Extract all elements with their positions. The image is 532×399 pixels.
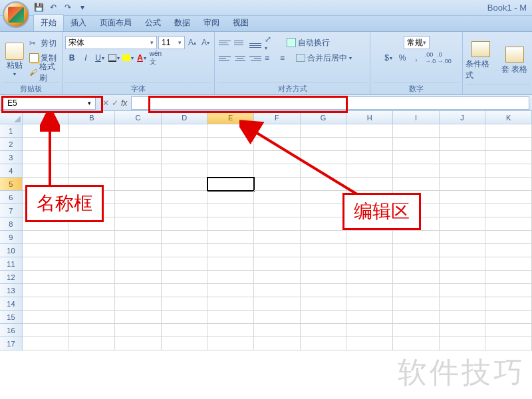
cell[interactable]	[23, 244, 69, 257]
column-header[interactable]: C	[115, 111, 162, 124]
row-header[interactable]: 1	[0, 124, 23, 138]
wrap-text-button[interactable]: 自动换行	[285, 36, 332, 49]
cell[interactable]	[393, 284, 440, 297]
cell[interactable]	[115, 297, 162, 311]
increase-decimal-button[interactable]: .00→.0	[424, 51, 437, 65]
cell[interactable]	[254, 151, 301, 164]
cell[interactable]	[301, 138, 347, 151]
cell[interactable]	[68, 231, 115, 244]
paste-button[interactable]: 粘贴 ▾	[3, 39, 27, 77]
italic-button[interactable]: I	[79, 51, 92, 65]
cell[interactable]	[301, 204, 347, 217]
cell[interactable]	[485, 297, 532, 311]
border-button[interactable]: ▾	[107, 51, 120, 65]
grow-font-button[interactable]: A▴	[186, 36, 198, 49]
cell[interactable]	[254, 231, 301, 244]
cell[interactable]	[485, 257, 532, 271]
cell[interactable]	[393, 311, 440, 324]
cell[interactable]	[115, 164, 162, 178]
undo-icon[interactable]: ↶	[48, 3, 59, 13]
column-header[interactable]: A	[23, 111, 69, 124]
cell[interactable]	[440, 244, 486, 257]
cell[interactable]	[393, 138, 440, 151]
cell[interactable]	[162, 204, 208, 217]
tab-formulas[interactable]: 公式	[138, 15, 168, 31]
cell[interactable]	[207, 271, 254, 284]
cell[interactable]	[346, 231, 393, 244]
column-header[interactable]: K	[485, 111, 532, 124]
cell[interactable]	[393, 271, 440, 284]
cell[interactable]	[207, 191, 254, 204]
column-header[interactable]: D	[162, 111, 208, 124]
phonetic-button[interactable]: wén文	[149, 51, 162, 65]
cell[interactable]	[393, 178, 440, 191]
qat-dropdown-icon[interactable]: ▾	[77, 3, 88, 13]
cell[interactable]	[440, 217, 486, 231]
cell[interactable]	[346, 337, 393, 350]
cell[interactable]	[393, 151, 440, 164]
align-top-button[interactable]	[217, 36, 232, 49]
cell[interactable]	[301, 284, 347, 297]
cell[interactable]	[485, 311, 532, 324]
cell[interactable]	[393, 231, 440, 244]
cell[interactable]	[485, 124, 532, 138]
row-header[interactable]: 14	[0, 297, 23, 311]
cell[interactable]	[346, 164, 393, 178]
cell[interactable]	[346, 151, 393, 164]
cell[interactable]	[485, 244, 532, 257]
cell[interactable]	[23, 124, 69, 138]
cell[interactable]	[485, 178, 532, 191]
cell[interactable]	[440, 164, 486, 178]
cell[interactable]	[207, 231, 254, 244]
number-format-combo[interactable]: 常规▾	[404, 36, 430, 49]
cell[interactable]	[485, 337, 532, 350]
cancel-icon[interactable]: ✕	[102, 98, 109, 108]
cell[interactable]	[162, 178, 208, 191]
cell[interactable]	[23, 324, 69, 337]
cell[interactable]	[485, 164, 532, 178]
cell[interactable]	[207, 244, 254, 257]
cell[interactable]	[23, 271, 69, 284]
cell[interactable]	[115, 204, 162, 217]
orientation-button[interactable]: ⤢▾	[263, 36, 278, 49]
cell[interactable]	[440, 284, 486, 297]
cell[interactable]	[162, 191, 208, 204]
tab-home[interactable]: 开始	[33, 14, 64, 31]
cell[interactable]	[115, 271, 162, 284]
column-header[interactable]: G	[301, 111, 347, 124]
row-header[interactable]: 8	[0, 217, 23, 231]
comma-button[interactable]: ,	[410, 51, 423, 65]
cell[interactable]	[346, 297, 393, 311]
cell[interactable]	[301, 271, 347, 284]
cell[interactable]	[254, 124, 301, 138]
format-painter-button[interactable]: 🖌格式刷	[29, 66, 59, 79]
cell[interactable]	[115, 257, 162, 271]
cell[interactable]	[115, 311, 162, 324]
cell[interactable]	[440, 311, 486, 324]
redo-icon[interactable]: ↷	[63, 3, 73, 13]
cell[interactable]	[115, 284, 162, 297]
cell[interactable]	[440, 297, 486, 311]
cell[interactable]	[68, 324, 115, 337]
cell[interactable]	[162, 284, 208, 297]
cell[interactable]	[440, 257, 486, 271]
cell[interactable]	[301, 244, 347, 257]
cell[interactable]	[440, 191, 486, 204]
cell[interactable]	[346, 257, 393, 271]
cell[interactable]	[254, 178, 301, 191]
conditional-format-button[interactable]: 条件格式	[466, 41, 495, 81]
cell[interactable]	[301, 257, 347, 271]
cell[interactable]	[485, 191, 532, 204]
cell[interactable]	[440, 204, 486, 217]
cell[interactable]	[23, 311, 69, 324]
cell[interactable]	[162, 337, 208, 350]
cell[interactable]	[301, 324, 347, 337]
cell[interactable]	[254, 164, 301, 178]
row-header[interactable]: 11	[0, 257, 23, 271]
cell[interactable]	[485, 284, 532, 297]
cell[interactable]	[162, 271, 208, 284]
align-center-button[interactable]	[233, 51, 247, 65]
cell[interactable]	[207, 138, 254, 151]
row-header[interactable]: 9	[0, 231, 23, 244]
tab-page-layout[interactable]: 页面布局	[93, 15, 138, 31]
